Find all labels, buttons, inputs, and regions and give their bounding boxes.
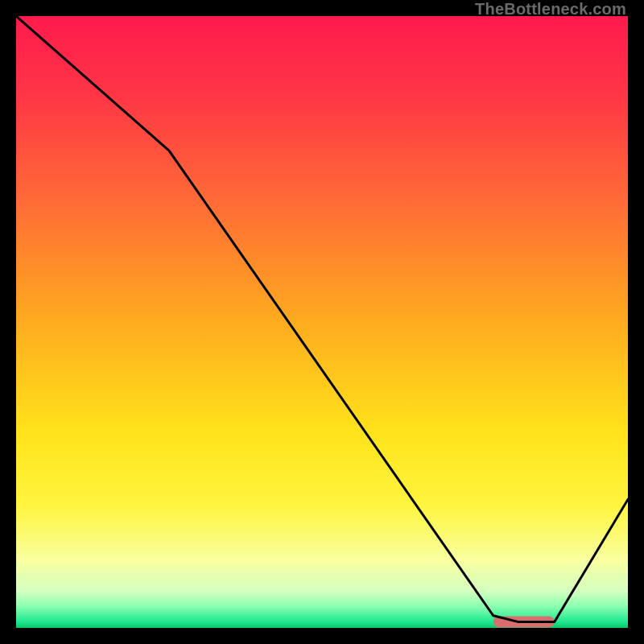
watermark-label: TheBottleneck.com	[475, 0, 626, 19]
gradient-background	[16, 16, 628, 628]
plot-area	[16, 16, 628, 628]
chart-frame: TheBottleneck.com	[0, 0, 644, 644]
chart-canvas	[16, 16, 628, 628]
